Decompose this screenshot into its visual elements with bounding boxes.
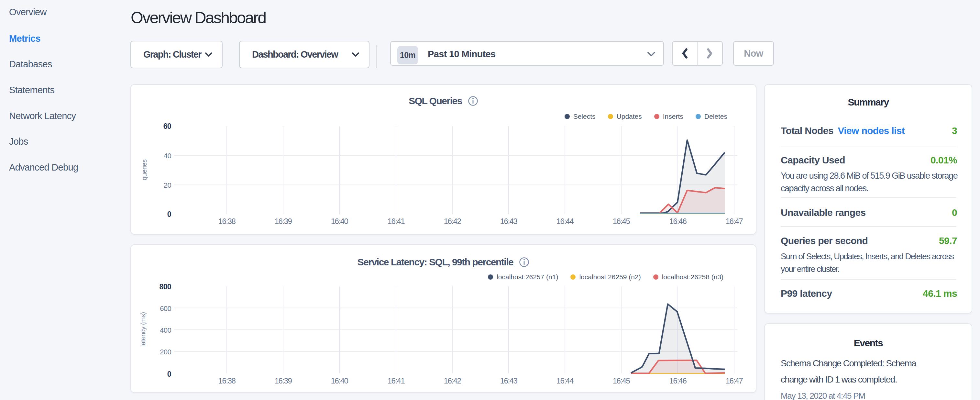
- svg-text:600: 600: [160, 304, 171, 312]
- svg-text:16:42: 16:42: [444, 376, 461, 385]
- svg-text:16:47: 16:47: [726, 376, 743, 385]
- svg-text:16:46: 16:46: [670, 376, 687, 385]
- svg-text:200: 200: [160, 348, 171, 356]
- svg-text:16:41: 16:41: [388, 376, 405, 385]
- svg-text:16:46: 16:46: [670, 217, 687, 226]
- svg-text:16:43: 16:43: [500, 217, 518, 226]
- svg-text:400: 400: [160, 326, 171, 334]
- svg-text:16:38: 16:38: [218, 376, 236, 385]
- svg-text:40: 40: [164, 152, 172, 160]
- svg-text:16:39: 16:39: [275, 376, 292, 385]
- svg-text:16:45: 16:45: [613, 376, 630, 385]
- svg-text:16:41: 16:41: [388, 217, 405, 226]
- svg-text:800: 800: [159, 282, 171, 291]
- svg-text:16:38: 16:38: [218, 217, 236, 226]
- svg-text:16:44: 16:44: [557, 376, 574, 385]
- svg-text:20: 20: [164, 181, 172, 189]
- svg-text:16:39: 16:39: [275, 217, 292, 226]
- svg-text:queries: queries: [140, 159, 148, 180]
- svg-text:60: 60: [163, 122, 171, 131]
- svg-text:16:42: 16:42: [444, 217, 461, 226]
- svg-text:16:40: 16:40: [331, 376, 348, 385]
- svg-text:0: 0: [167, 210, 171, 218]
- svg-text:16:45: 16:45: [613, 217, 630, 226]
- svg-text:16:43: 16:43: [500, 376, 518, 385]
- svg-text:16:47: 16:47: [726, 217, 743, 226]
- svg-text:0: 0: [167, 370, 171, 378]
- svg-text:16:40: 16:40: [331, 217, 348, 226]
- svg-text:16:44: 16:44: [557, 217, 574, 226]
- svg-text:latency (ms): latency (ms): [139, 312, 146, 347]
